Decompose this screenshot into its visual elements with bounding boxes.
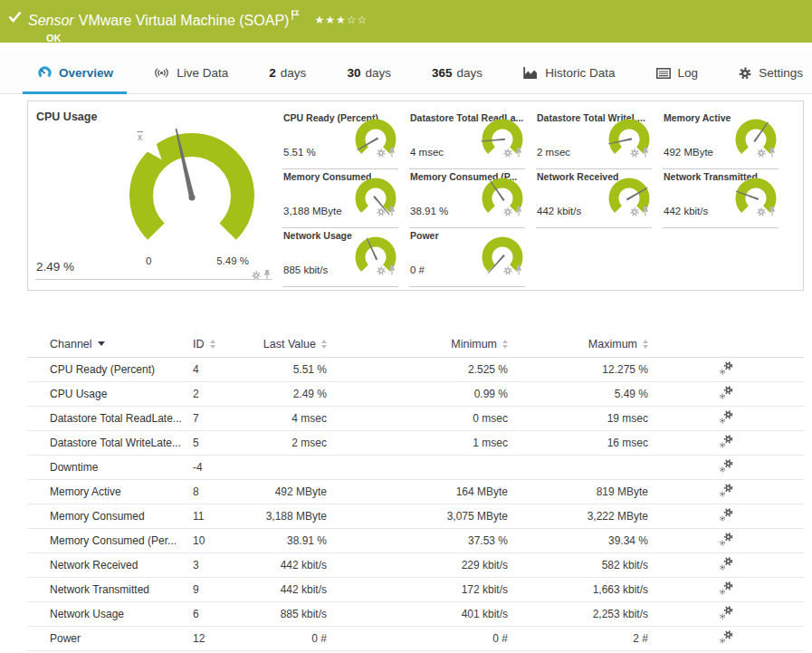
maximum: 3,222 MByte: [508, 510, 648, 523]
channel-settings-icon[interactable]: [720, 365, 733, 378]
gear-icon[interactable]: [377, 263, 386, 279]
table-row[interactable]: CPU Usage22.49 %0.99 %5.49 %: [27, 382, 804, 407]
gear-icon[interactable]: [377, 204, 386, 220]
column-header-maximum[interactable]: Maximum: [508, 338, 648, 351]
channel-settings-icon[interactable]: [720, 561, 733, 573]
table-row[interactable]: Memory Active8492 MByte164 MByte819 MByt…: [27, 480, 804, 504]
pin-icon[interactable]: [515, 204, 522, 220]
gauge-tile[interactable]: Memory Active492 MByte: [663, 110, 779, 169]
gear-icon[interactable]: [503, 145, 512, 161]
channel-settings-icon[interactable]: [720, 634, 733, 647]
tab-overview[interactable]: Overview: [38, 53, 113, 93]
gauge-tile[interactable]: Datastore Total ReadLa...4 msec: [409, 110, 525, 169]
channel-settings-icon[interactable]: [720, 512, 733, 524]
gauge-tile[interactable]: Power0 #: [409, 228, 525, 287]
pin-icon[interactable]: [769, 204, 776, 220]
channel-id: 9: [193, 583, 249, 596]
tile-actions: [503, 204, 522, 220]
pin-icon[interactable]: [388, 145, 396, 161]
channel-settings-icon[interactable]: [720, 610, 733, 622]
pin-icon[interactable]: [388, 204, 396, 220]
primary-gauge-value: 2.49 %: [36, 260, 74, 274]
sort-icon: [643, 340, 648, 349]
column-header-last-value[interactable]: Last Value: [249, 338, 327, 351]
tab-bar: OverviewLive Data2days30days365daysHisto…: [0, 53, 812, 94]
channel-settings-icon[interactable]: [720, 414, 733, 427]
gear-icon[interactable]: [757, 204, 766, 220]
channel-table: ChannelIDLast ValueMinimumMaximum CPU Re…: [27, 331, 804, 651]
tab-live-data[interactable]: Live Data: [154, 53, 228, 93]
channel-name: Downtime: [50, 461, 193, 474]
tile-channel-name: Network Received: [537, 171, 618, 182]
gauge-tile[interactable]: Memory Consumed (P...38.91 %: [409, 169, 525, 228]
table-row[interactable]: Memory Consumed (Per...1038.91 %37.53 %3…: [27, 529, 804, 553]
star-rating[interactable]: ★★★☆☆: [314, 14, 368, 26]
channel-settings-icon[interactable]: [720, 438, 733, 451]
tab-365-days[interactable]: 365days: [432, 53, 482, 93]
channel-id: 10: [193, 534, 249, 547]
table-row[interactable]: Power120 #0 #2 #: [27, 627, 804, 651]
column-header-channel[interactable]: Channel: [50, 338, 193, 351]
pin-icon[interactable]: [515, 263, 522, 279]
pin-icon[interactable]: [515, 145, 522, 161]
last-value: 885 kbit/s: [249, 608, 327, 620]
channel-settings-icon[interactable]: [720, 463, 733, 475]
gear-icon[interactable]: [630, 204, 639, 220]
table-row[interactable]: Memory Consumed113,188 MByte3,075 MByte3…: [27, 504, 804, 529]
channel-name: Memory Consumed: [50, 510, 193, 523]
channel-settings-icon[interactable]: [720, 536, 733, 549]
table-row[interactable]: CPU Ready (Percent)45.51 %2.525 %12.275 …: [27, 358, 804, 382]
gear-icon[interactable]: [503, 263, 512, 279]
pin-icon[interactable]: [769, 145, 776, 161]
minimum: 2.525 %: [327, 363, 508, 376]
gear-icon[interactable]: [252, 267, 261, 283]
channel-id: 5: [193, 437, 249, 449]
tab-2-days[interactable]: 2days: [269, 53, 306, 93]
pin-icon[interactable]: [642, 204, 649, 220]
gear-icon[interactable]: [757, 145, 766, 161]
cpu-usage-gauge: x: [119, 121, 264, 266]
status-check-icon: [8, 10, 22, 43]
gauge-tile[interactable]: CPU Ready (Percent)5.51 %: [282, 110, 398, 169]
sensor-kind-label: Sensor: [28, 13, 74, 28]
channel-settings-icon[interactable]: [720, 585, 733, 598]
table-row[interactable]: Network Usage6885 kbit/s401 kbit/s2,253 …: [27, 602, 804, 627]
gauge-tile[interactable]: Memory Consumed3,188 MByte: [282, 169, 398, 228]
pin-icon[interactable]: [388, 263, 396, 279]
tab-historic-data[interactable]: Historic Data: [523, 53, 615, 93]
channel-id: 4: [193, 363, 249, 376]
tab-log[interactable]: Log: [656, 53, 699, 93]
table-row[interactable]: Datastore Total WriteLate...52 msec1 mse…: [27, 431, 804, 456]
pin-icon[interactable]: [642, 145, 649, 161]
column-label: ID: [193, 338, 205, 351]
last-value: 442 kbit/s: [249, 559, 327, 571]
minimum: 172 kbit/s: [327, 583, 508, 596]
table-row[interactable]: Network Transmitted9442 kbit/s172 kbit/s…: [27, 578, 804, 602]
gear-icon[interactable]: [377, 145, 386, 161]
minimum: 164 MByte: [327, 485, 508, 498]
table-row[interactable]: Datastore Total ReadLate...74 msec0 msec…: [27, 407, 804, 431]
tile-actions: [630, 145, 649, 161]
channel-settings-icon[interactable]: [720, 389, 733, 402]
channel-id: 11: [193, 510, 249, 523]
channel-settings-icon[interactable]: [720, 487, 733, 500]
gauge-tile[interactable]: Network Usage885 kbit/s: [282, 228, 398, 287]
gear-icon[interactable]: [503, 204, 512, 220]
table-row[interactable]: Network Received3442 kbit/s229 kbit/s582…: [27, 553, 804, 578]
flag-icon[interactable]: [291, 6, 300, 24]
channel-id: 3: [193, 559, 249, 571]
gauge-tile[interactable]: Datastore Total WriteL...2 msec: [536, 110, 652, 169]
tab-settings[interactable]: Settings: [739, 53, 803, 93]
table-row[interactable]: Downtime-4: [27, 456, 804, 480]
last-value: 3,188 MByte: [249, 510, 327, 523]
pin-icon[interactable]: [263, 267, 271, 283]
tab-30-days[interactable]: 30days: [347, 53, 391, 93]
column-header-id[interactable]: ID: [193, 338, 249, 351]
column-header-minimum[interactable]: Minimum: [327, 338, 508, 351]
gauge-tile[interactable]: Network Transmitted442 kbit/s: [663, 169, 779, 228]
gauge-tile[interactable]: Network Received442 kbit/s: [536, 169, 652, 228]
gear-icon[interactable]: [630, 145, 639, 161]
sensor-title: VMware Virtual Machine (SOAP): [79, 13, 290, 28]
maximum: 19 msec: [508, 412, 648, 425]
minimum: 0.99 %: [327, 388, 508, 400]
